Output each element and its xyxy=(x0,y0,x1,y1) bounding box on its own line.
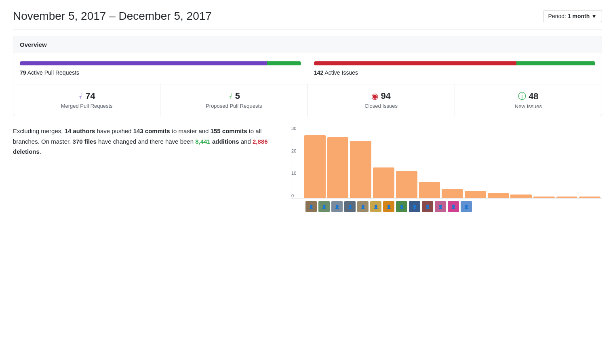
y-label-0: 0 xyxy=(291,193,296,198)
bar-chart-container: 0 10 20 30 xyxy=(291,126,602,199)
proposed-icon: ⑂ xyxy=(228,92,233,101)
period-label: Period: xyxy=(548,13,566,19)
avatar: 👤 xyxy=(422,201,433,212)
avatar: 👤 xyxy=(357,201,369,212)
stats-row: ⑂ 74 Merged Pull Requests ⑂ 5 Proposed P… xyxy=(13,84,602,116)
issues-label-text: Active Issues xyxy=(324,69,358,76)
merged-pr-label: Merged Pull Requests xyxy=(20,103,154,109)
closed-issues-count: 94 xyxy=(381,91,390,101)
issues-bar-green xyxy=(516,61,595,65)
issues-count: 142 xyxy=(314,69,323,76)
date-range-title: November 5, 2017 – December 5, 2017 xyxy=(13,10,212,23)
merged-pr-count: 74 xyxy=(85,91,95,101)
chevron-down-icon: ▼ xyxy=(591,13,597,19)
progress-section: 79 Active Pull Requests 142 Active Issue… xyxy=(13,53,602,84)
pull-requests-bar xyxy=(20,61,301,65)
pull-requests-label: 79 Active Pull Requests xyxy=(20,69,301,76)
proposed-pr-label: Proposed Pull Requests xyxy=(167,103,301,109)
avatar: 👤 xyxy=(396,201,407,212)
closed-issue-icon: ◉ xyxy=(371,91,378,101)
pr-bar-green xyxy=(267,61,301,65)
avatar: 👤 xyxy=(448,201,459,212)
chart-bar xyxy=(350,141,371,198)
avatar: 👤 xyxy=(461,201,472,212)
header-divider xyxy=(13,29,602,29)
proposed-pr-count: 5 xyxy=(235,91,240,101)
issues-bar xyxy=(314,61,595,65)
closed-issues-stat: ◉ 94 Closed Issues xyxy=(308,84,455,116)
chart-bar xyxy=(465,191,486,198)
chart-bar xyxy=(373,167,394,198)
pr-label-text2: Active Pull Requests xyxy=(27,69,79,76)
avatar: 👤 xyxy=(331,201,343,212)
bottom-section: Excluding merges, 14 authors have pushed… xyxy=(13,126,602,212)
avatar: 👤 xyxy=(409,201,420,212)
commit-summary: Excluding merges, 14 authors have pushed… xyxy=(13,126,278,157)
chart-bar xyxy=(533,197,555,198)
merged-pr-stat: ⑂ 74 Merged Pull Requests xyxy=(13,84,160,116)
new-issues-stat: ⓘ 48 New Issues xyxy=(455,84,602,116)
overview-card: Overview 79 Active Pull Requests 142 Act… xyxy=(13,36,602,116)
chart-bar xyxy=(510,195,532,198)
new-issues-count: 48 xyxy=(529,91,538,102)
proposed-pr-stat: ⑂ 5 Proposed Pull Requests xyxy=(160,84,308,116)
chart-bar xyxy=(556,197,578,198)
issues-bar-red xyxy=(314,61,516,65)
new-issues-label: New Issues xyxy=(461,103,595,109)
chart-bar xyxy=(327,137,349,198)
chart-bar xyxy=(396,171,417,198)
y-axis: 0 10 20 30 xyxy=(291,126,298,198)
issues-label: 142 Active Issues xyxy=(314,69,595,76)
avatar: 👤 xyxy=(344,201,356,212)
avatar: 👤 xyxy=(435,201,446,212)
y-label-10: 10 xyxy=(291,171,296,176)
chart-bar xyxy=(304,135,326,198)
new-issue-icon: ⓘ xyxy=(518,91,526,102)
avatar: 👤 xyxy=(383,201,394,212)
commit-chart: 0 10 20 30 👤 👤 👤 👤 👤 👤 👤 👤 👤 👤 👤 👤 👤 xyxy=(291,126,602,212)
pr-bar-purple xyxy=(20,61,267,65)
chart-bar xyxy=(442,189,463,198)
chart-bar xyxy=(579,197,600,198)
period-selector[interactable]: Period: 1 month ▼ xyxy=(543,10,602,22)
avatar: 👤 xyxy=(370,201,381,212)
chart-bar xyxy=(419,182,440,198)
period-value: 1 month xyxy=(568,13,590,19)
overview-title: Overview xyxy=(13,36,602,53)
avatar-row: 👤 👤 👤 👤 👤 👤 👤 👤 👤 👤 👤 👤 👤 xyxy=(291,201,602,212)
pr-count: 79 xyxy=(20,69,26,76)
issues-progress: 142 Active Issues xyxy=(314,61,595,76)
pull-requests-progress: 79 Active Pull Requests xyxy=(20,61,301,76)
closed-issues-label: Closed Issues xyxy=(314,103,448,109)
y-label-30: 30 xyxy=(291,126,296,131)
y-label-20: 20 xyxy=(291,149,296,153)
avatar: 👤 xyxy=(305,201,317,212)
avatar: 👤 xyxy=(318,201,330,212)
merge-icon: ⑂ xyxy=(78,92,83,101)
chart-bar xyxy=(488,193,509,198)
